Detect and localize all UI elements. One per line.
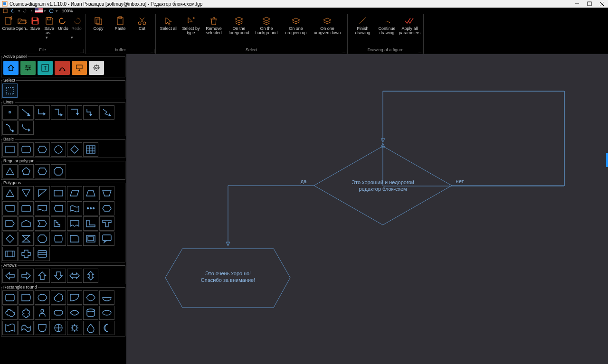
line-elbow-3[interactable] [67,105,82,120]
rr-moon[interactable] [99,321,114,335]
poly-hourglass[interactable] [19,232,34,246]
poly-form[interactable] [35,247,50,261]
qat-undo-icon[interactable] [10,8,16,14]
line-curve[interactable] [2,121,18,135]
maximize-button[interactable] [583,0,596,7]
qat-redo-icon[interactable] [21,8,28,14]
regpoly-triangle[interactable] [2,164,18,178]
poly-tri-down[interactable] [19,186,34,200]
apply-params-button[interactable]: Apply all parameters [398,15,421,47]
poly-hex[interactable] [99,201,114,215]
rr-flag[interactable] [2,321,18,335]
poly-cross[interactable] [19,247,34,261]
line-arrow[interactable] [19,105,34,120]
poly-home[interactable] [19,216,34,231]
basic-circle[interactable] [51,142,66,157]
poly-card[interactable] [2,201,18,215]
poly-diamond[interactable] [2,232,18,246]
poly-banner[interactable] [67,216,82,231]
tab-connector[interactable] [55,61,70,75]
poly-callout[interactable] [99,232,114,246]
poly-display[interactable] [51,201,66,215]
line-step[interactable] [83,105,98,120]
remove-selected-button[interactable]: Remove selected [202,15,225,47]
rr-1[interactable] [2,290,18,305]
rr-ellipse2[interactable] [99,306,114,320]
rr-wave[interactable] [19,321,34,335]
level-down-button[interactable]: On one urogven down [312,15,343,47]
line-elbow-2[interactable] [51,105,66,120]
poly-doc[interactable] [35,201,50,215]
line-curve-2[interactable] [19,121,34,135]
poly-trap2[interactable] [99,186,114,200]
tab-sliders[interactable] [20,61,36,75]
regpoly-pentagon[interactable] [19,164,34,178]
poly-barrel[interactable] [51,232,66,246]
background-button[interactable]: On the background [253,15,280,47]
rr-flower[interactable] [19,306,34,320]
rr-lens[interactable] [67,306,82,320]
tab-text[interactable]: T [38,61,53,75]
poly-more[interactable] [83,201,98,215]
undo-split-drop[interactable]: ▾ [68,36,76,47]
arrow-lr[interactable] [67,269,82,283]
close-button[interactable] [596,0,608,7]
arrow-ud[interactable] [83,269,98,283]
connector-yes[interactable] [228,186,314,246]
arrow-up[interactable] [35,269,50,283]
minimize-button[interactable] [571,0,583,7]
tab-settings[interactable] [89,61,104,75]
arrow-down[interactable] [51,269,66,283]
foreground-button[interactable]: On the foreground [225,15,253,47]
connector-box[interactable] [383,90,564,93]
arrow-right[interactable] [19,269,34,283]
tab-presentation[interactable] [72,61,87,75]
rr-4[interactable] [51,290,66,305]
rr-cyl[interactable] [83,306,98,320]
arrow-left[interactable] [2,269,18,283]
rr-pill[interactable] [51,306,66,320]
rr-person[interactable] [35,306,50,320]
poly-rect[interactable] [51,186,66,200]
right-panel-handle[interactable] [606,153,608,167]
poly-para[interactable] [67,186,82,200]
poly-tag[interactable] [2,216,18,231]
rr-gear[interactable] [67,321,82,335]
select-dialog-launcher[interactable] [342,49,346,53]
basic-roundrect[interactable] [19,142,34,157]
rr-6[interactable] [83,290,98,305]
qat-save-icon[interactable] [2,8,9,14]
line-zigzag[interactable] [99,105,114,120]
poly-tape[interactable] [67,201,82,215]
file-dialog-launcher[interactable] [80,49,84,53]
canvas[interactable]: Это хороший и недорогой редактор блок-сх… [126,54,608,364]
lang-drop[interactable]: ▾ [44,9,46,13]
line-point[interactable] [2,105,18,120]
rr-3[interactable] [35,290,50,305]
save-button[interactable]: Save [28,15,42,36]
save-split-drop[interactable]: ▾ [43,36,51,47]
create-button[interactable]: Create [2,15,15,36]
continue-drawing-button[interactable]: Continue drawing [376,15,398,47]
zoom-percent[interactable]: 100% [62,9,73,13]
poly-tri-up[interactable] [2,186,18,200]
rr-cloud[interactable] [2,306,18,320]
poly-step[interactable] [51,216,66,231]
poly-chev[interactable] [35,216,50,231]
basic-rect[interactable] [2,142,18,157]
poly-process[interactable] [2,247,18,261]
regpoly-hexagon[interactable] [35,164,50,178]
rr-7[interactable] [99,290,114,305]
redo-button[interactable]: Redo [70,15,83,36]
drawing-dialog-launcher[interactable] [418,49,422,53]
poly-t[interactable] [99,216,114,231]
poly-trap[interactable] [83,186,98,200]
select-by-type-button[interactable]: Select by type [180,15,202,47]
poly-frame[interactable] [83,232,98,246]
connector-frame[interactable] [383,91,564,186]
paste-button[interactable]: Paste [109,15,131,47]
language-flag-icon[interactable] [35,8,43,14]
basic-diamond[interactable] [67,142,82,157]
line-elbow-1[interactable] [35,105,50,120]
regpoly-octagon[interactable] [51,164,66,178]
